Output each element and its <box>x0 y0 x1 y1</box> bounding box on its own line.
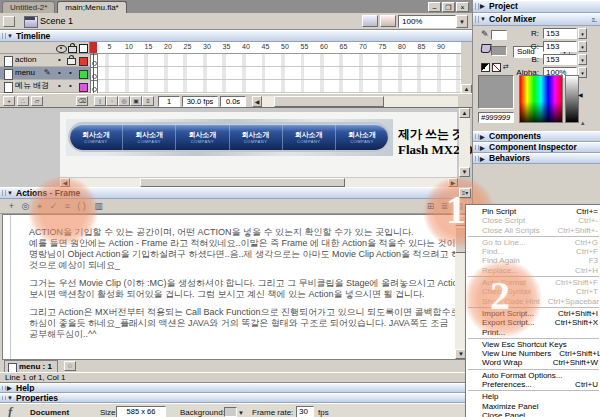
restore-button-icon[interactable]: ❐ <box>442 2 455 12</box>
add-script-icon[interactable]: + <box>5 200 18 212</box>
check-syntax-icon[interactable]: ✓ <box>47 200 60 212</box>
auto-format-icon[interactable]: ≡ <box>61 200 74 212</box>
close-button-icon[interactable]: × <box>456 2 469 12</box>
channel-input[interactable]: 153 <box>543 54 577 65</box>
layer-row[interactable]: menu✎•• <box>0 67 90 80</box>
stage-v-scrollbar[interactable]: ▲ ▼ <box>459 108 470 177</box>
scrollbar-thumb[interactable] <box>140 178 345 187</box>
nav-bar-artwork[interactable]: 회사소개COMPANY회사소개COMPANY회사소개COMPANY회사소개COM… <box>66 119 393 156</box>
sidebar-panel-header[interactable]: Components <box>473 131 600 142</box>
timeline-panel-header[interactable]: Timeline <box>0 30 472 42</box>
help-panel-header[interactable]: Help <box>0 383 472 393</box>
edit-multiple-frames-icon[interactable]: ▣ <box>130 96 142 106</box>
zoom-dropdown-arrow-icon[interactable]: ▼ <box>456 15 468 28</box>
menu-item[interactable]: Close Panel <box>466 411 600 417</box>
menu-item[interactable]: View Line NumbersCtrl+Shift+L <box>466 349 600 358</box>
menu-item[interactable]: Import Script...Ctrl+Shift+I <box>466 309 600 318</box>
menu-item[interactable]: Auto Format Options... <box>466 371 600 380</box>
chevron-down-icon[interactable]: ▼ <box>237 409 245 417</box>
document-tab[interactable]: main;Menu.fla* <box>57 1 126 13</box>
scroll-down-icon[interactable]: ▼ <box>459 167 470 177</box>
frame-grid[interactable] <box>90 54 461 93</box>
timeline-ruler[interactable]: 51015202530354045505560657075808590 <box>90 42 461 54</box>
stage-canvas[interactable]: 회사소개COMPANY회사소개COMPANY회사소개COMPANY회사소개COM… <box>60 112 457 177</box>
scroll-left-icon[interactable]: ◀ <box>252 96 262 107</box>
layer-outline-color[interactable] <box>79 57 88 66</box>
sidebar-panel-header[interactable]: Component Inspector <box>473 142 600 153</box>
modify-onion-markers-icon[interactable]: ≡ <box>142 96 154 106</box>
project-panel-header[interactable]: Project <box>473 0 600 13</box>
menu-item[interactable]: Maximize Panel <box>466 402 600 411</box>
slider-marker-icon[interactable]: ◀ <box>578 91 583 98</box>
layer-lock-dot[interactable]: • <box>69 67 72 78</box>
stage-pasteboard[interactable]: 회사소개COMPANY회사소개COMPANY회사소개COMPANY회사소개COM… <box>0 108 472 187</box>
menu-item[interactable]: View Esc Shortcut Keys <box>466 340 600 349</box>
reference-icon[interactable]: ⊞ <box>424 200 437 212</box>
minimize-button-icon[interactable]: – <box>428 2 441 12</box>
brightness-slider[interactable] <box>565 75 579 123</box>
panel-options-menu-icon[interactable]: ≡. <box>592 15 597 26</box>
layer-lock-dot[interactable]: • <box>69 80 72 91</box>
layer-visibility-dot[interactable]: • <box>58 80 61 91</box>
onion-outline-icon[interactable]: ◎ <box>118 96 130 106</box>
show-hide-all-icon[interactable] <box>56 45 67 53</box>
insert-layer-icon[interactable]: + <box>3 96 15 106</box>
script-tab[interactable]: menu : 1 <box>4 360 58 372</box>
timeline-h-scrollbar[interactable] <box>262 96 458 107</box>
layer-outline-color[interactable] <box>79 70 88 79</box>
insert-target-path-icon[interactable]: ⌖ <box>33 200 46 212</box>
pin-script-tab-icon[interactable]: ⊙ <box>64 361 76 371</box>
menu-item[interactable]: Help <box>466 392 600 401</box>
scrollbar-thumb[interactable] <box>274 96 384 107</box>
channel-stepper[interactable]: ▾ <box>578 67 587 78</box>
onion-skin-icon[interactable]: ◦ <box>106 96 118 106</box>
back-nav-button[interactable] <box>3 16 15 27</box>
scroll-up-icon[interactable]: ▲ <box>459 108 470 118</box>
framerate-input[interactable]: 30 <box>296 406 314 417</box>
keyframe-cell[interactable] <box>90 54 98 68</box>
timeline-frames[interactable]: 51015202530354045505560657075808590 <box>90 42 461 93</box>
menu-item[interactable]: Pin ScriptCtrl+= <box>466 207 600 216</box>
playhead-handle[interactable] <box>90 42 97 53</box>
channel-stepper[interactable]: ▾ <box>578 41 587 52</box>
channel-stepper[interactable]: ▾ <box>578 28 587 39</box>
insert-folder-icon[interactable]: ▱ <box>31 96 43 106</box>
lock-all-icon[interactable] <box>68 46 77 53</box>
zoom-select[interactable]: 100% <box>398 15 456 28</box>
menu-item[interactable]: Print... <box>466 328 600 337</box>
properties-panel-header[interactable]: Properties <box>0 393 472 403</box>
edit-symbol-icon[interactable] <box>380 15 396 27</box>
layer-visibility-dot[interactable]: • <box>58 67 61 78</box>
delete-layer-trash-icon[interactable]: ⌫ <box>76 96 88 106</box>
color-mixer-panel-header[interactable]: Color Mixer ≡. <box>473 13 600 26</box>
stage-scroll-right-icon[interactable]: ▶ <box>448 178 458 187</box>
script-editor[interactable]: ACTION을 기입할 수 있는 공간이며, 어떤 ACTION을 넣을 수 있… <box>2 214 470 360</box>
channel-input[interactable]: 153 <box>543 28 577 39</box>
layer-outline-color[interactable] <box>79 83 88 92</box>
layer-row[interactable]: 메뉴 배경•• <box>0 80 90 93</box>
view-options-icon[interactable]: ≣ <box>438 200 451 212</box>
sidebar-panel-header[interactable]: Behaviors <box>473 153 600 164</box>
menu-item[interactable]: Preferences...Ctrl+U <box>466 380 600 389</box>
keyframe-cell[interactable] <box>90 80 98 93</box>
center-frame-icon[interactable]: | <box>94 96 106 106</box>
outline-all-icon[interactable] <box>79 44 88 53</box>
debug-options-icon[interactable]: ▥ <box>92 200 105 212</box>
color-picker-gradient[interactable] <box>519 75 563 123</box>
show-code-hint-icon[interactable]: ( ) <box>75 200 88 212</box>
layer-row[interactable]: action• <box>0 54 90 67</box>
panel-options-menu-icon[interactable]: ≡▾ <box>459 188 471 198</box>
size-button[interactable]: 585 x 66 pixels <box>116 406 166 417</box>
layer-visibility-dot[interactable]: • <box>58 54 61 65</box>
stage-scroll-left-icon[interactable]: ◀ <box>60 178 70 187</box>
collapse-arrow-icon[interactable]: ▴ <box>581 119 585 127</box>
background-color-swatch[interactable] <box>224 407 237 417</box>
stage-h-scrollbar[interactable] <box>70 178 448 187</box>
edit-scene-icon[interactable] <box>362 15 378 27</box>
add-motion-guide-icon[interactable]: ∴ <box>17 96 29 106</box>
keyframe-cell[interactable] <box>90 67 98 81</box>
menu-item[interactable]: Word WrapCtrl+Shift+W <box>466 358 600 367</box>
layer-lock-icon[interactable] <box>67 58 76 65</box>
menu-item[interactable]: Export Script...Ctrl+Shift+X <box>466 318 600 327</box>
actions-panel-header[interactable]: Actions - Frame <box>0 187 472 199</box>
